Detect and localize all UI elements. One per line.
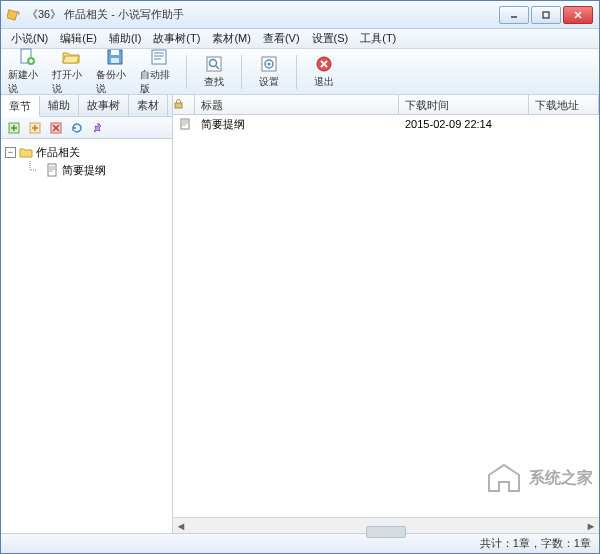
svg-point-20 [268, 63, 271, 66]
save-icon [105, 47, 125, 67]
row-addr-cell [529, 123, 599, 125]
auto-typeset-button[interactable]: 自动排版 [139, 52, 179, 92]
mini-add-button[interactable] [5, 119, 23, 137]
settings-button[interactable]: 设置 [249, 52, 289, 92]
lock-column-header[interactable] [173, 95, 195, 114]
left-pane: 章节 辅助 故事树 素材 − 作品相关 [1, 95, 173, 533]
exit-button[interactable]: 退出 [304, 52, 344, 92]
watermark-text: 系统之家 [529, 468, 593, 489]
backup-novel-label: 备份小说 [96, 68, 134, 96]
toolbar-separator [241, 55, 242, 89]
folder-open-icon [61, 47, 81, 67]
tree-root-item[interactable]: − 作品相关 [3, 143, 170, 161]
list-row[interactable]: 简要提纲 2015-02-09 22:14 [173, 115, 599, 133]
left-tabs: 章节 辅助 故事树 素材 [1, 95, 172, 117]
document-icon [179, 118, 191, 130]
mini-add2-button[interactable] [26, 119, 44, 137]
svg-rect-9 [111, 50, 119, 55]
new-novel-label: 新建小说 [8, 68, 46, 96]
lock-icon [173, 98, 184, 109]
settings-label: 设置 [259, 75, 279, 89]
scroll-right-arrow-icon[interactable]: ► [583, 519, 599, 533]
toolbar-separator [186, 55, 187, 89]
horizontal-scrollbar[interactable]: ◄ ► [173, 517, 599, 533]
tree-child-label: 简要提纲 [62, 163, 106, 178]
tree-root-label: 作品相关 [36, 145, 80, 160]
folder-icon [19, 145, 33, 159]
minimize-button[interactable] [499, 6, 529, 24]
tab-storytree[interactable]: 故事树 [79, 95, 129, 116]
list-header: 标题 下载时间 下载地址 [173, 95, 599, 115]
menu-tools[interactable]: 工具(T) [354, 29, 402, 48]
tab-material[interactable]: 素材 [129, 95, 168, 116]
watermark: 系统之家 [485, 461, 593, 495]
mini-pin-button[interactable] [89, 119, 107, 137]
open-novel-label: 打开小说 [52, 68, 90, 96]
scroll-left-arrow-icon[interactable]: ◄ [173, 519, 189, 533]
find-button[interactable]: 查找 [194, 52, 234, 92]
svg-rect-33 [48, 164, 56, 176]
find-icon [204, 54, 224, 74]
new-file-icon [17, 47, 37, 67]
menu-settings[interactable]: 设置(S) [306, 29, 355, 48]
menu-edit[interactable]: 编辑(E) [54, 29, 103, 48]
exit-icon [314, 54, 334, 74]
settings-icon [259, 54, 279, 74]
exit-label: 退出 [314, 75, 334, 89]
titlebar: 《36》 作品相关 - 小说写作助手 [1, 1, 599, 29]
status-bar: 共计：1章，字数：1章 [1, 533, 599, 553]
status-text: 共计：1章，字数：1章 [480, 536, 591, 551]
menu-view[interactable]: 查看(V) [257, 29, 306, 48]
svg-rect-10 [111, 58, 119, 63]
typeset-icon [149, 47, 169, 67]
row-title-cell: 简要提纲 [195, 116, 399, 133]
tree-line-icon [27, 161, 45, 179]
new-novel-button[interactable]: 新建小说 [7, 52, 47, 92]
svg-rect-37 [175, 103, 182, 108]
row-icon-cell [173, 117, 195, 131]
maximize-button[interactable] [531, 6, 561, 24]
tab-assist[interactable]: 辅助 [40, 95, 79, 116]
svg-rect-11 [152, 50, 166, 64]
find-label: 查找 [204, 75, 224, 89]
menu-material[interactable]: 素材(M) [206, 29, 257, 48]
app-icon [7, 8, 21, 22]
row-time-cell: 2015-02-09 22:14 [399, 117, 529, 131]
window-title: 《36》 作品相关 - 小说写作助手 [27, 7, 497, 22]
backup-novel-button[interactable]: 备份小说 [95, 52, 135, 92]
mini-refresh-button[interactable] [68, 119, 86, 137]
tree-view[interactable]: − 作品相关 简要提纲 [1, 139, 172, 533]
menu-assist[interactable]: 辅助(I) [103, 29, 147, 48]
toolbar-separator [296, 55, 297, 89]
tree-child-item[interactable]: 简要提纲 [3, 161, 170, 179]
toolbar: 新建小说 打开小说 备份小说 自动排版 查找 设置 退出 [1, 49, 599, 95]
menubar: 小说(N) 编辑(E) 辅助(I) 故事树(T) 素材(M) 查看(V) 设置(… [1, 29, 599, 49]
time-column-header[interactable]: 下载时间 [399, 95, 529, 114]
mini-delete-button[interactable] [47, 119, 65, 137]
document-icon [45, 163, 59, 177]
right-pane: 标题 下载时间 下载地址 简要提纲 2015-02-09 22:14 系统之家 [173, 95, 599, 533]
close-button[interactable] [563, 6, 593, 24]
tab-chapter[interactable]: 章节 [1, 96, 40, 117]
scrollbar-thumb[interactable] [366, 526, 406, 538]
menu-storytree[interactable]: 故事树(T) [147, 29, 206, 48]
tree-expander-icon[interactable]: − [5, 147, 16, 158]
svg-rect-1 [543, 12, 549, 18]
addr-column-header[interactable]: 下载地址 [529, 95, 599, 114]
list-body[interactable]: 简要提纲 2015-02-09 22:14 系统之家 [173, 115, 599, 517]
left-mini-toolbar [1, 117, 172, 139]
title-column-header[interactable]: 标题 [195, 95, 399, 114]
open-novel-button[interactable]: 打开小说 [51, 52, 91, 92]
auto-typeset-label: 自动排版 [140, 68, 178, 96]
menu-novel[interactable]: 小说(N) [5, 29, 54, 48]
